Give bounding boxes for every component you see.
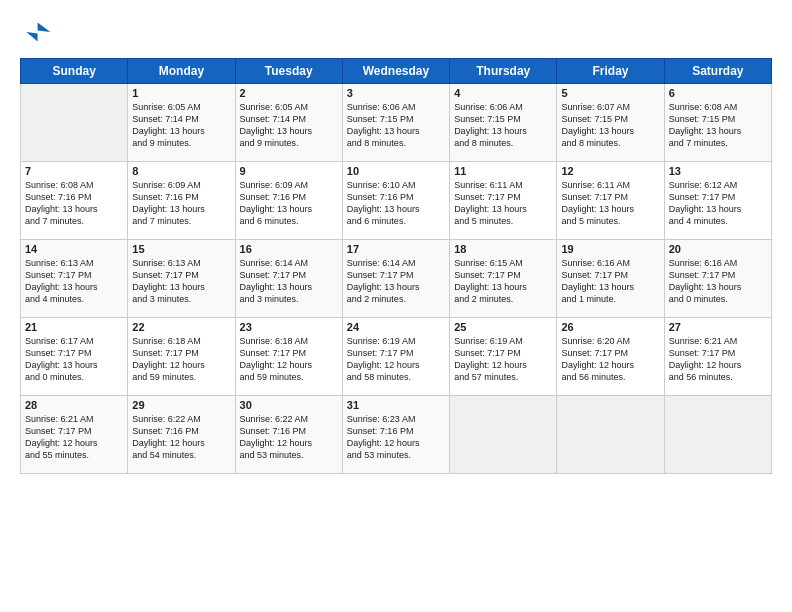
- calendar-cell: 25Sunrise: 6:19 AM Sunset: 7:17 PM Dayli…: [450, 318, 557, 396]
- calendar-cell: 1Sunrise: 6:05 AM Sunset: 7:14 PM Daylig…: [128, 84, 235, 162]
- cell-info: Sunrise: 6:05 AM Sunset: 7:14 PM Dayligh…: [132, 101, 230, 150]
- date-number: 10: [347, 165, 445, 177]
- calendar-cell: 23Sunrise: 6:18 AM Sunset: 7:17 PM Dayli…: [235, 318, 342, 396]
- calendar-cell: 11Sunrise: 6:11 AM Sunset: 7:17 PM Dayli…: [450, 162, 557, 240]
- calendar-cell: 2Sunrise: 6:05 AM Sunset: 7:14 PM Daylig…: [235, 84, 342, 162]
- cell-info: Sunrise: 6:06 AM Sunset: 7:15 PM Dayligh…: [454, 101, 552, 150]
- header-cell-monday: Monday: [128, 59, 235, 84]
- cell-info: Sunrise: 6:18 AM Sunset: 7:17 PM Dayligh…: [132, 335, 230, 384]
- page: SundayMondayTuesdayWednesdayThursdayFrid…: [0, 0, 792, 484]
- logo-icon: [20, 16, 52, 48]
- cell-info: Sunrise: 6:19 AM Sunset: 7:17 PM Dayligh…: [454, 335, 552, 384]
- calendar-cell: 10Sunrise: 6:10 AM Sunset: 7:16 PM Dayli…: [342, 162, 449, 240]
- date-number: 18: [454, 243, 552, 255]
- cell-info: Sunrise: 6:14 AM Sunset: 7:17 PM Dayligh…: [347, 257, 445, 306]
- cell-info: Sunrise: 6:21 AM Sunset: 7:17 PM Dayligh…: [669, 335, 767, 384]
- calendar-cell: [21, 84, 128, 162]
- header-cell-thursday: Thursday: [450, 59, 557, 84]
- calendar-cell: 17Sunrise: 6:14 AM Sunset: 7:17 PM Dayli…: [342, 240, 449, 318]
- date-number: 15: [132, 243, 230, 255]
- date-number: 5: [561, 87, 659, 99]
- header: [20, 16, 772, 48]
- calendar-cell: 28Sunrise: 6:21 AM Sunset: 7:17 PM Dayli…: [21, 396, 128, 474]
- calendar-body: 1Sunrise: 6:05 AM Sunset: 7:14 PM Daylig…: [21, 84, 772, 474]
- date-number: 27: [669, 321, 767, 333]
- cell-info: Sunrise: 6:19 AM Sunset: 7:17 PM Dayligh…: [347, 335, 445, 384]
- calendar-cell: 20Sunrise: 6:16 AM Sunset: 7:17 PM Dayli…: [664, 240, 771, 318]
- calendar-cell: 22Sunrise: 6:18 AM Sunset: 7:17 PM Dayli…: [128, 318, 235, 396]
- header-cell-wednesday: Wednesday: [342, 59, 449, 84]
- cell-info: Sunrise: 6:22 AM Sunset: 7:16 PM Dayligh…: [240, 413, 338, 462]
- date-number: 26: [561, 321, 659, 333]
- calendar-cell: 15Sunrise: 6:13 AM Sunset: 7:17 PM Dayli…: [128, 240, 235, 318]
- calendar-cell: 30Sunrise: 6:22 AM Sunset: 7:16 PM Dayli…: [235, 396, 342, 474]
- header-cell-saturday: Saturday: [664, 59, 771, 84]
- cell-info: Sunrise: 6:16 AM Sunset: 7:17 PM Dayligh…: [669, 257, 767, 306]
- calendar-cell: 9Sunrise: 6:09 AM Sunset: 7:16 PM Daylig…: [235, 162, 342, 240]
- date-number: 29: [132, 399, 230, 411]
- cell-info: Sunrise: 6:11 AM Sunset: 7:17 PM Dayligh…: [454, 179, 552, 228]
- date-number: 21: [25, 321, 123, 333]
- date-number: 28: [25, 399, 123, 411]
- calendar-cell: 27Sunrise: 6:21 AM Sunset: 7:17 PM Dayli…: [664, 318, 771, 396]
- date-number: 12: [561, 165, 659, 177]
- calendar-cell: 8Sunrise: 6:09 AM Sunset: 7:16 PM Daylig…: [128, 162, 235, 240]
- cell-info: Sunrise: 6:23 AM Sunset: 7:16 PM Dayligh…: [347, 413, 445, 462]
- cell-info: Sunrise: 6:06 AM Sunset: 7:15 PM Dayligh…: [347, 101, 445, 150]
- cell-info: Sunrise: 6:09 AM Sunset: 7:16 PM Dayligh…: [240, 179, 338, 228]
- calendar-cell: 26Sunrise: 6:20 AM Sunset: 7:17 PM Dayli…: [557, 318, 664, 396]
- calendar-table: SundayMondayTuesdayWednesdayThursdayFrid…: [20, 58, 772, 474]
- cell-info: Sunrise: 6:18 AM Sunset: 7:17 PM Dayligh…: [240, 335, 338, 384]
- week-row-1: 1Sunrise: 6:05 AM Sunset: 7:14 PM Daylig…: [21, 84, 772, 162]
- cell-info: Sunrise: 6:15 AM Sunset: 7:17 PM Dayligh…: [454, 257, 552, 306]
- week-row-2: 7Sunrise: 6:08 AM Sunset: 7:16 PM Daylig…: [21, 162, 772, 240]
- week-row-3: 14Sunrise: 6:13 AM Sunset: 7:17 PM Dayli…: [21, 240, 772, 318]
- date-number: 19: [561, 243, 659, 255]
- calendar-cell: [557, 396, 664, 474]
- calendar-header: SundayMondayTuesdayWednesdayThursdayFrid…: [21, 59, 772, 84]
- calendar-cell: 18Sunrise: 6:15 AM Sunset: 7:17 PM Dayli…: [450, 240, 557, 318]
- calendar-cell: 12Sunrise: 6:11 AM Sunset: 7:17 PM Dayli…: [557, 162, 664, 240]
- calendar-cell: 21Sunrise: 6:17 AM Sunset: 7:17 PM Dayli…: [21, 318, 128, 396]
- header-cell-tuesday: Tuesday: [235, 59, 342, 84]
- calendar-cell: [664, 396, 771, 474]
- date-number: 3: [347, 87, 445, 99]
- calendar-cell: 14Sunrise: 6:13 AM Sunset: 7:17 PM Dayli…: [21, 240, 128, 318]
- header-cell-sunday: Sunday: [21, 59, 128, 84]
- calendar-cell: 24Sunrise: 6:19 AM Sunset: 7:17 PM Dayli…: [342, 318, 449, 396]
- cell-info: Sunrise: 6:13 AM Sunset: 7:17 PM Dayligh…: [132, 257, 230, 306]
- cell-info: Sunrise: 6:16 AM Sunset: 7:17 PM Dayligh…: [561, 257, 659, 306]
- date-number: 8: [132, 165, 230, 177]
- date-number: 1: [132, 87, 230, 99]
- cell-info: Sunrise: 6:20 AM Sunset: 7:17 PM Dayligh…: [561, 335, 659, 384]
- calendar-cell: 31Sunrise: 6:23 AM Sunset: 7:16 PM Dayli…: [342, 396, 449, 474]
- date-number: 31: [347, 399, 445, 411]
- calendar-cell: 5Sunrise: 6:07 AM Sunset: 7:15 PM Daylig…: [557, 84, 664, 162]
- cell-info: Sunrise: 6:07 AM Sunset: 7:15 PM Dayligh…: [561, 101, 659, 150]
- date-number: 25: [454, 321, 552, 333]
- cell-info: Sunrise: 6:05 AM Sunset: 7:14 PM Dayligh…: [240, 101, 338, 150]
- calendar-cell: [450, 396, 557, 474]
- cell-info: Sunrise: 6:22 AM Sunset: 7:16 PM Dayligh…: [132, 413, 230, 462]
- date-number: 9: [240, 165, 338, 177]
- cell-info: Sunrise: 6:21 AM Sunset: 7:17 PM Dayligh…: [25, 413, 123, 462]
- calendar-cell: 3Sunrise: 6:06 AM Sunset: 7:15 PM Daylig…: [342, 84, 449, 162]
- svg-marker-0: [26, 22, 50, 41]
- date-number: 30: [240, 399, 338, 411]
- date-number: 14: [25, 243, 123, 255]
- date-number: 13: [669, 165, 767, 177]
- cell-info: Sunrise: 6:13 AM Sunset: 7:17 PM Dayligh…: [25, 257, 123, 306]
- logo: [20, 16, 56, 48]
- calendar-cell: 13Sunrise: 6:12 AM Sunset: 7:17 PM Dayli…: [664, 162, 771, 240]
- calendar-cell: 7Sunrise: 6:08 AM Sunset: 7:16 PM Daylig…: [21, 162, 128, 240]
- date-number: 16: [240, 243, 338, 255]
- date-number: 20: [669, 243, 767, 255]
- calendar-cell: 4Sunrise: 6:06 AM Sunset: 7:15 PM Daylig…: [450, 84, 557, 162]
- cell-info: Sunrise: 6:12 AM Sunset: 7:17 PM Dayligh…: [669, 179, 767, 228]
- cell-info: Sunrise: 6:08 AM Sunset: 7:16 PM Dayligh…: [25, 179, 123, 228]
- calendar-cell: 6Sunrise: 6:08 AM Sunset: 7:15 PM Daylig…: [664, 84, 771, 162]
- date-number: 7: [25, 165, 123, 177]
- cell-info: Sunrise: 6:08 AM Sunset: 7:15 PM Dayligh…: [669, 101, 767, 150]
- cell-info: Sunrise: 6:17 AM Sunset: 7:17 PM Dayligh…: [25, 335, 123, 384]
- date-number: 22: [132, 321, 230, 333]
